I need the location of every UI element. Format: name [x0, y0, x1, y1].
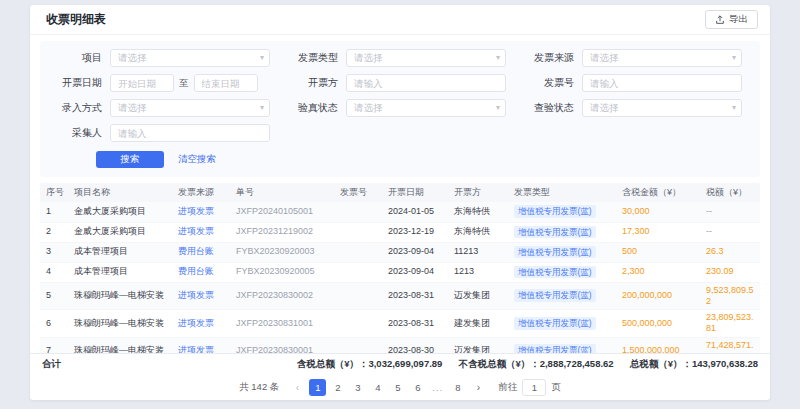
- start-date-field[interactable]: [118, 78, 166, 89]
- order-number: FYBX20230920003: [230, 242, 334, 262]
- invoice-source-link[interactable]: 进项发票: [172, 282, 230, 310]
- project-name: 成本管理项目: [68, 242, 172, 262]
- invoice-source-select[interactable]: 请选择 ▾: [582, 49, 742, 67]
- pager-page-4[interactable]: 4: [369, 379, 386, 396]
- column-header: 开票日期: [382, 183, 448, 202]
- row-index: 1: [40, 202, 68, 222]
- invoice-type-cell: 增值税专用发票(蓝): [508, 222, 616, 242]
- invoice-type-cell: 增值税专用发票(蓝): [508, 282, 616, 310]
- tax-amount: 71,428,571.43: [700, 337, 760, 353]
- invoice-type-tag: 增值税专用发票(蓝): [514, 205, 596, 218]
- issuer-input[interactable]: [346, 74, 506, 92]
- filter-label: 发票类型: [286, 51, 338, 65]
- pager-page-6[interactable]: 6: [409, 379, 426, 396]
- invoice-type-tag: 增值税专用发票(蓝): [514, 344, 596, 353]
- entry-method-select[interactable]: 请选择 ▾: [110, 99, 270, 117]
- amount-with-tax: 500: [616, 242, 700, 262]
- issuer-name: 东海特供: [448, 202, 508, 222]
- tax-amount: 26.3: [700, 242, 760, 262]
- export-button[interactable]: 导出: [705, 10, 758, 29]
- project-name: 珠穆朗玛峰—电梯安装: [68, 282, 172, 310]
- project-name: 成本管理项目: [68, 262, 172, 282]
- invoice-source-link[interactable]: 费用台账: [172, 262, 230, 282]
- pager-page-8[interactable]: 8: [449, 379, 466, 396]
- invoice-number: [334, 282, 382, 310]
- collector-input[interactable]: [110, 124, 270, 142]
- invoice-type-cell: 增值税专用发票(蓝): [508, 337, 616, 353]
- row-index: 3: [40, 242, 68, 262]
- end-date-field[interactable]: [202, 78, 250, 89]
- invoice-source-link[interactable]: 费用台账: [172, 242, 230, 262]
- column-header: 税额（¥）: [700, 183, 760, 202]
- filter-collector: 采集人: [50, 124, 278, 142]
- issuer-name: 迈发集团: [448, 282, 508, 310]
- amount-with-tax: 17,300: [616, 222, 700, 242]
- verify-status-select[interactable]: 请选择 ▾: [346, 99, 506, 117]
- chevron-down-icon: ▾: [496, 54, 500, 62]
- project-select[interactable]: 请选择 ▾: [110, 49, 270, 67]
- pagination: 共 142 条 ‹ 123456...8 › 前往 页: [30, 374, 770, 400]
- filter-label: 查验状态: [522, 101, 574, 115]
- chevron-down-icon: ▾: [732, 54, 736, 62]
- export-button-label: 导出: [729, 13, 748, 26]
- invoice-type-tag: 增值税专用发票(蓝): [514, 226, 596, 239]
- invoice-date: 2023-08-31: [382, 282, 448, 310]
- invoice-no-field[interactable]: [590, 78, 734, 89]
- summary-total: 含税总额（¥）：3,032,699,097.89: [297, 358, 443, 371]
- invoice-type-tag: 增值税专用发票(蓝): [514, 266, 596, 279]
- end-date-input[interactable]: [194, 74, 258, 92]
- filter-panel: 项目 请选择 ▾ 发票类型 请选择 ▾ 发票来源 请选择: [40, 41, 760, 177]
- pager-page-5[interactable]: 5: [389, 379, 406, 396]
- pager-prev-button[interactable]: ‹: [289, 382, 305, 393]
- column-header: 发票类型: [508, 183, 616, 202]
- chevron-down-icon: ▾: [496, 104, 500, 112]
- tax-amount: 230.09: [700, 262, 760, 282]
- filter-label: 录入方式: [50, 101, 102, 115]
- filter-label: 开票日期: [50, 76, 102, 90]
- pager-ellipsis[interactable]: ...: [429, 379, 446, 396]
- start-date-input[interactable]: [110, 74, 174, 92]
- summary-total: 总税额（¥）：143,970,638.28: [630, 358, 758, 371]
- column-header: 发票号: [334, 183, 382, 202]
- table-row: 6珠穆朗玛峰—电梯安装进项发票JXFP202308310012023-08-31…: [40, 310, 760, 338]
- column-header: 单号: [230, 183, 334, 202]
- project-name: 珠穆朗玛峰—电梯安装: [68, 310, 172, 338]
- pagination-total: 共 142 条: [239, 381, 279, 394]
- filter-verify-status: 验真状态 请选择 ▾: [286, 99, 514, 117]
- search-button[interactable]: 搜索: [96, 151, 164, 168]
- pager-page-3[interactable]: 3: [349, 379, 366, 396]
- column-header: 项目名称: [68, 183, 172, 202]
- invoice-number: [334, 310, 382, 338]
- filter-invoice-source: 发票来源 请选择 ▾: [522, 49, 750, 67]
- invoice-type-cell: 增值税专用发票(蓝): [508, 310, 616, 338]
- amount-with-tax: 500,000,000: [616, 310, 700, 338]
- pager-page-1[interactable]: 1: [309, 379, 326, 396]
- invoice-date: 2023-09-04: [382, 262, 448, 282]
- collector-field[interactable]: [118, 128, 262, 139]
- clear-search-button[interactable]: 清空搜索: [178, 153, 216, 166]
- invoice-source-link[interactable]: 进项发票: [172, 202, 230, 222]
- filter-label: 开票方: [286, 76, 338, 90]
- check-status-select[interactable]: 请选择 ▾: [582, 99, 742, 117]
- invoice-type-tag: 增值税专用发票(蓝): [514, 289, 596, 302]
- issuer-name: 建发集团: [448, 310, 508, 338]
- pager-next-button[interactable]: ›: [470, 382, 486, 393]
- filter-invoice-date: 开票日期 至: [50, 74, 278, 92]
- invoice-source-link[interactable]: 进项发票: [172, 337, 230, 353]
- invoice-source-link[interactable]: 进项发票: [172, 310, 230, 338]
- goto-page-input[interactable]: [522, 379, 546, 396]
- invoice-source-link[interactable]: 进项发票: [172, 222, 230, 242]
- order-number: JXFP20230830001: [230, 337, 334, 353]
- filter-project: 项目 请选择 ▾: [50, 49, 278, 67]
- card-header: 收票明细表 导出: [30, 5, 770, 35]
- row-index: 5: [40, 282, 68, 310]
- invoice-type-select[interactable]: 请选择 ▾: [346, 49, 506, 67]
- column-header: 含税金额（¥）: [616, 183, 700, 202]
- order-number: FYBX20230920005: [230, 262, 334, 282]
- project-name: 金威大厦采购项目: [68, 202, 172, 222]
- filter-label: 采集人: [50, 126, 102, 140]
- invoice-no-input[interactable]: [582, 74, 742, 92]
- pager-page-2[interactable]: 2: [329, 379, 346, 396]
- issuer-field[interactable]: [354, 78, 498, 89]
- invoice-type-tag: 增值税专用发票(蓝): [514, 246, 596, 259]
